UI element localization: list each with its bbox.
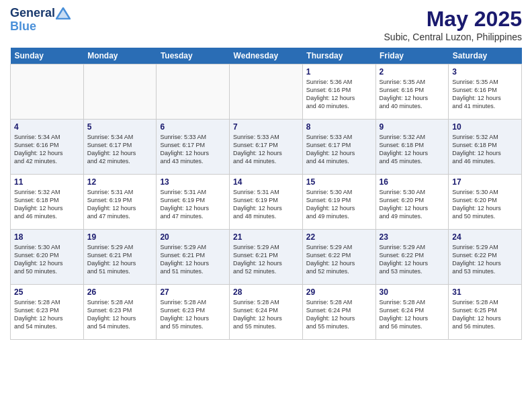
day-info: Sunrise: 5:30 AM Sunset: 6:19 PM Dayligh… xyxy=(306,188,372,221)
day-number: 13 xyxy=(160,177,226,187)
day-number: 23 xyxy=(380,232,445,242)
calendar-day: 17Sunrise: 5:30 AM Sunset: 6:20 PM Dayli… xyxy=(449,175,522,230)
calendar-day: 8Sunrise: 5:33 AM Sunset: 6:17 PM Daylig… xyxy=(302,120,375,175)
calendar-day: 5Sunrise: 5:34 AM Sunset: 6:17 PM Daylig… xyxy=(83,120,157,175)
svg-marker-1 xyxy=(56,8,70,19)
calendar-week-2: 4Sunrise: 5:34 AM Sunset: 6:16 PM Daylig… xyxy=(11,120,522,175)
day-number: 6 xyxy=(160,122,226,132)
calendar-day: 1Sunrise: 5:36 AM Sunset: 6:16 PM Daylig… xyxy=(302,64,375,120)
col-friday: Friday xyxy=(375,48,449,64)
calendar-day xyxy=(157,64,230,120)
day-info: Sunrise: 5:32 AM Sunset: 6:18 PM Dayligh… xyxy=(380,133,445,166)
day-number: 4 xyxy=(14,122,80,132)
calendar-table: Sunday Monday Tuesday Wednesday Thursday… xyxy=(10,48,522,340)
day-number: 12 xyxy=(87,177,153,187)
calendar-day: 3Sunrise: 5:35 AM Sunset: 6:16 PM Daylig… xyxy=(449,64,522,120)
day-number: 16 xyxy=(380,177,445,187)
calendar-day: 7Sunrise: 5:33 AM Sunset: 6:17 PM Daylig… xyxy=(230,120,303,175)
calendar-day: 9Sunrise: 5:32 AM Sunset: 6:18 PM Daylig… xyxy=(375,120,449,175)
day-info: Sunrise: 5:28 AM Sunset: 6:24 PM Dayligh… xyxy=(380,298,445,331)
logo: General Blue xyxy=(10,7,71,34)
calendar-day: 12Sunrise: 5:31 AM Sunset: 6:19 PM Dayli… xyxy=(83,175,157,230)
day-number: 1 xyxy=(306,67,372,77)
day-info: Sunrise: 5:30 AM Sunset: 6:20 PM Dayligh… xyxy=(452,188,518,221)
calendar-day: 18Sunrise: 5:30 AM Sunset: 6:20 PM Dayli… xyxy=(11,230,84,285)
calendar-day: 25Sunrise: 5:28 AM Sunset: 6:23 PM Dayli… xyxy=(11,285,84,340)
day-number: 3 xyxy=(452,67,518,77)
col-sunday: Sunday xyxy=(11,48,84,64)
logo-blue: Blue xyxy=(10,20,71,34)
day-info: Sunrise: 5:33 AM Sunset: 6:17 PM Dayligh… xyxy=(233,133,299,166)
calendar-day: 4Sunrise: 5:34 AM Sunset: 6:16 PM Daylig… xyxy=(11,120,84,175)
day-info: Sunrise: 5:30 AM Sunset: 6:20 PM Dayligh… xyxy=(14,243,80,276)
calendar-day: 13Sunrise: 5:31 AM Sunset: 6:19 PM Dayli… xyxy=(157,175,230,230)
calendar-day xyxy=(83,64,157,120)
day-info: Sunrise: 5:32 AM Sunset: 6:18 PM Dayligh… xyxy=(14,188,80,221)
calendar-day: 23Sunrise: 5:29 AM Sunset: 6:22 PM Dayli… xyxy=(375,230,449,285)
calendar-day: 24Sunrise: 5:29 AM Sunset: 6:22 PM Dayli… xyxy=(449,230,522,285)
day-number: 26 xyxy=(87,287,153,297)
calendar-day xyxy=(11,64,84,120)
day-info: Sunrise: 5:32 AM Sunset: 6:18 PM Dayligh… xyxy=(452,133,518,166)
col-tuesday: Tuesday xyxy=(157,48,230,64)
calendar-day: 22Sunrise: 5:29 AM Sunset: 6:22 PM Dayli… xyxy=(302,230,375,285)
day-number: 25 xyxy=(14,287,80,297)
day-number: 21 xyxy=(233,232,299,242)
day-number: 9 xyxy=(380,122,445,132)
day-info: Sunrise: 5:28 AM Sunset: 6:24 PM Dayligh… xyxy=(233,298,299,331)
day-number: 29 xyxy=(306,287,372,297)
calendar-day xyxy=(230,64,303,120)
day-info: Sunrise: 5:30 AM Sunset: 6:20 PM Dayligh… xyxy=(380,188,445,221)
day-info: Sunrise: 5:31 AM Sunset: 6:19 PM Dayligh… xyxy=(160,188,226,221)
calendar-day: 26Sunrise: 5:28 AM Sunset: 6:23 PM Dayli… xyxy=(83,285,157,340)
calendar-day: 16Sunrise: 5:30 AM Sunset: 6:20 PM Dayli… xyxy=(375,175,449,230)
day-number: 28 xyxy=(233,287,299,297)
col-saturday: Saturday xyxy=(449,48,522,64)
calendar-day: 29Sunrise: 5:28 AM Sunset: 6:24 PM Dayli… xyxy=(302,285,375,340)
day-number: 27 xyxy=(160,287,226,297)
calendar-day: 2Sunrise: 5:35 AM Sunset: 6:16 PM Daylig… xyxy=(375,64,449,120)
logo-icon xyxy=(56,7,71,19)
day-info: Sunrise: 5:33 AM Sunset: 6:17 PM Dayligh… xyxy=(306,133,372,166)
day-info: Sunrise: 5:35 AM Sunset: 6:16 PM Dayligh… xyxy=(452,78,518,111)
day-number: 18 xyxy=(14,232,80,242)
month-title: May 2025 xyxy=(384,7,522,32)
day-info: Sunrise: 5:29 AM Sunset: 6:22 PM Dayligh… xyxy=(380,243,445,276)
day-number: 11 xyxy=(14,177,80,187)
calendar-day: 20Sunrise: 5:29 AM Sunset: 6:21 PM Dayli… xyxy=(157,230,230,285)
day-info: Sunrise: 5:34 AM Sunset: 6:17 PM Dayligh… xyxy=(87,133,153,166)
subtitle: Subic, Central Luzon, Philippines xyxy=(384,32,522,42)
day-number: 14 xyxy=(233,177,299,187)
day-info: Sunrise: 5:35 AM Sunset: 6:16 PM Dayligh… xyxy=(380,78,445,111)
day-info: Sunrise: 5:29 AM Sunset: 6:21 PM Dayligh… xyxy=(160,243,226,276)
day-info: Sunrise: 5:28 AM Sunset: 6:23 PM Dayligh… xyxy=(87,298,153,331)
calendar-container: General Blue May 2025 Subic, Central Luz… xyxy=(0,0,532,347)
day-info: Sunrise: 5:29 AM Sunset: 6:21 PM Dayligh… xyxy=(233,243,299,276)
day-number: 5 xyxy=(87,122,153,132)
calendar-day: 30Sunrise: 5:28 AM Sunset: 6:24 PM Dayli… xyxy=(375,285,449,340)
col-wednesday: Wednesday xyxy=(230,48,303,64)
day-info: Sunrise: 5:31 AM Sunset: 6:19 PM Dayligh… xyxy=(233,188,299,221)
day-number: 7 xyxy=(233,122,299,132)
calendar-week-5: 25Sunrise: 5:28 AM Sunset: 6:23 PM Dayli… xyxy=(11,285,522,340)
calendar-day: 31Sunrise: 5:28 AM Sunset: 6:25 PM Dayli… xyxy=(449,285,522,340)
day-info: Sunrise: 5:29 AM Sunset: 6:21 PM Dayligh… xyxy=(87,243,153,276)
calendar-day: 27Sunrise: 5:28 AM Sunset: 6:23 PM Dayli… xyxy=(157,285,230,340)
day-info: Sunrise: 5:28 AM Sunset: 6:23 PM Dayligh… xyxy=(160,298,226,331)
logo-text: General xyxy=(10,7,71,20)
day-number: 17 xyxy=(452,177,518,187)
day-info: Sunrise: 5:28 AM Sunset: 6:23 PM Dayligh… xyxy=(14,298,80,331)
calendar-day: 19Sunrise: 5:29 AM Sunset: 6:21 PM Dayli… xyxy=(83,230,157,285)
day-number: 8 xyxy=(306,122,372,132)
calendar-day: 6Sunrise: 5:33 AM Sunset: 6:17 PM Daylig… xyxy=(157,120,230,175)
day-number: 30 xyxy=(380,287,445,297)
day-number: 31 xyxy=(452,287,518,297)
day-info: Sunrise: 5:31 AM Sunset: 6:19 PM Dayligh… xyxy=(87,188,153,221)
calendar-day: 11Sunrise: 5:32 AM Sunset: 6:18 PM Dayli… xyxy=(11,175,84,230)
calendar-week-3: 11Sunrise: 5:32 AM Sunset: 6:18 PM Dayli… xyxy=(11,175,522,230)
header: General Blue May 2025 Subic, Central Luz… xyxy=(10,7,522,42)
day-number: 2 xyxy=(380,67,445,77)
day-info: Sunrise: 5:29 AM Sunset: 6:22 PM Dayligh… xyxy=(452,243,518,276)
day-number: 15 xyxy=(306,177,372,187)
calendar-day: 14Sunrise: 5:31 AM Sunset: 6:19 PM Dayli… xyxy=(230,175,303,230)
